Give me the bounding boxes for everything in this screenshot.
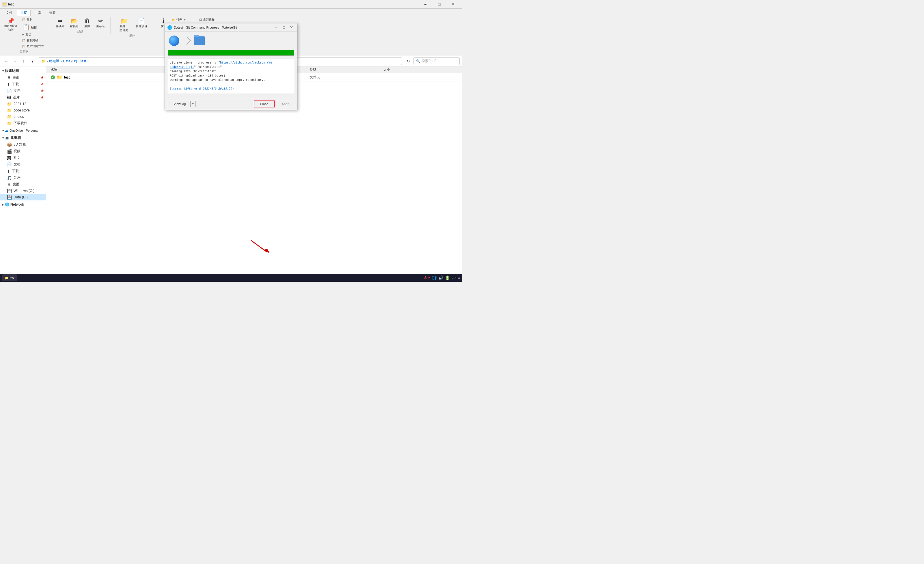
sidebar-item-data-d[interactable]: 💾 Data (D:) — [0, 194, 46, 200]
log-link[interactable]: https://github.com/Jackson-Yan-coder/tes… — [170, 61, 274, 69]
dialog-footer: Show log ▾ Close Abort — [165, 98, 297, 110]
ribbon-tab-view[interactable]: 查看 — [46, 10, 60, 16]
search-placeholder: 搜索"test" — [422, 58, 436, 63]
pin-to-quick-access-button[interactable]: 📌 固定到快速访问 — [2, 17, 20, 33]
quick-access-header[interactable]: ▾ 快速访问 — [0, 68, 46, 74]
tortoisegit-dialog[interactable]: 🌐 D:\test - Git Command Progress - Torto… — [165, 23, 297, 110]
this-pc-header[interactable]: ▾ 💻 此电脑 — [0, 135, 46, 141]
ribbon-tab-file[interactable]: 文件 — [2, 10, 16, 16]
taskbar-explorer[interactable]: 📁 test — [2, 274, 17, 281]
taskbar-battery-icon[interactable]: 🔋 — [445, 276, 450, 280]
show-log-arrow-button[interactable]: ▾ — [190, 101, 195, 107]
taskbar-s-icon[interactable]: S中 — [424, 276, 430, 280]
sidebar-item-desktop2[interactable]: 🖥 桌面 — [0, 181, 46, 188]
dialog-minimize-button[interactable]: − — [273, 24, 280, 31]
clipboard-label: 剪贴板 — [20, 50, 28, 53]
breadcrumb-this-pc[interactable]: 此电脑 — [49, 58, 60, 63]
dialog-title-icon: 🌐 — [167, 25, 172, 30]
close-dialog-button[interactable]: Close — [254, 100, 274, 107]
sidebar: ▾ 快速访问 🖥 桌面 📌 ⬇ 下载 📌 📄 文档 📌 🖼 图片 � — [0, 66, 46, 282]
sidebar-item-videos[interactable]: 🎬 视频 — [0, 148, 46, 154]
title-bar-controls: − □ ✕ — [418, 0, 460, 9]
select-all-button[interactable]: ☑ 全部选择 — [198, 17, 217, 22]
sidebar-section-onedrive: ▾ ☁ OneDrive - Persona — [0, 128, 46, 134]
up-button[interactable]: ↑ — [20, 57, 28, 65]
ribbon-group-clipboard: 📌 固定到快速访问 📋 复制 📋 粘贴 ✂ 剪切 — [2, 17, 49, 53]
dialog-close-button[interactable]: ✕ — [288, 24, 295, 31]
folder-icon: 📁 — [57, 75, 62, 80]
organize-label: 组织 — [77, 30, 83, 34]
dialog-maximize-button[interactable]: □ — [280, 24, 287, 31]
new-folder-button[interactable]: 📁 新建文件夹 — [115, 17, 132, 33]
copy-button[interactable]: 📋 复制 — [21, 17, 45, 22]
sidebar-item-download-software[interactable]: 📁 下载软件 — [0, 120, 46, 126]
new-item-button[interactable]: 📄 新建项目 — [134, 17, 149, 29]
copy-to-button[interactable]: 📂 复制到 — [68, 17, 80, 29]
sidebar-section-this-pc: ▾ 💻 此电脑 📦 3D 对象 🎬 视频 🖼 图片 📄 文档 ⬇ — [0, 135, 46, 200]
sidebar-item-documents[interactable]: 📄 文档 📌 — [0, 87, 46, 94]
dialog-title-controls: − □ ✕ — [273, 24, 295, 31]
dialog-title-text: D:\test - Git Command Progress - Tortois… — [174, 26, 271, 29]
search-box[interactable]: 🔍 搜索"test" — [414, 57, 460, 65]
move-to-button[interactable]: ➡ 移动到 — [54, 17, 66, 29]
col-type: 类型 — [309, 68, 384, 72]
taskbar-time: 20:13 — [452, 276, 460, 279]
open-button[interactable]: 📂 打开 ▼ — [170, 17, 189, 22]
progress-bar-container — [168, 50, 294, 56]
paste-button[interactable]: 📋 粘贴 — [21, 23, 45, 32]
clipboard-buttons: 📌 固定到快速访问 📋 复制 📋 粘贴 ✂ 剪切 — [2, 17, 45, 49]
maximize-button[interactable]: □ — [432, 0, 446, 9]
new-buttons: 📁 新建文件夹 📄 新建项目 — [115, 17, 149, 33]
back-button[interactable]: ← — [2, 57, 10, 65]
copy-path-button[interactable]: 📋 复制路径 — [21, 38, 45, 43]
git-badge-icon: ✓ — [51, 75, 55, 80]
taskbar-network-icon[interactable]: 🌐 — [432, 276, 436, 280]
sidebar-item-photos[interactable]: 📁 photos — [0, 114, 46, 120]
recent-locations-button[interactable]: ▾ — [28, 57, 36, 65]
breadcrumb-data-d[interactable]: Data (D:) — [63, 59, 77, 63]
refresh-button[interactable]: ↻ — [404, 57, 412, 65]
onedrive-header[interactable]: ▾ ☁ OneDrive - Persona — [0, 128, 46, 134]
abort-button[interactable]: Abort — [277, 101, 294, 107]
minimize-button[interactable]: − — [418, 0, 432, 9]
folder-blue-icon — [194, 36, 205, 45]
breadcrumb-test[interactable]: test — [81, 59, 86, 63]
paste-shortcut-button[interactable]: 📋 粘贴快捷方式 — [21, 44, 45, 49]
ribbon-tabs: 文件 主页 共享 查看 — [2, 10, 460, 16]
ribbon-tab-share[interactable]: 共享 — [31, 10, 45, 16]
ribbon-tab-home[interactable]: 主页 — [17, 10, 31, 16]
cut-button[interactable]: ✂ 剪切 — [21, 32, 45, 37]
globe-icon — [169, 36, 179, 46]
sidebar-item-2021-12[interactable]: 📁 2021-12 — [0, 101, 46, 107]
sidebar-item-desktop[interactable]: 🖥 桌面 📌 — [0, 74, 46, 81]
sidebar-item-downloads[interactable]: ⬇ 下载 📌 — [0, 81, 46, 87]
sidebar-item-code-store[interactable]: 📁 code store — [0, 107, 46, 114]
dialog-log[interactable]: git.exe clone --progress -v "https://git… — [168, 58, 294, 93]
sidebar-item-documents2[interactable]: 📄 文档 — [0, 161, 46, 168]
sidebar-item-windows-c[interactable]: 💾 Windows (C:) — [0, 188, 46, 194]
show-log-button[interactable]: Show log — [168, 101, 190, 107]
sidebar-section-network: ▸ 🌐 Network — [0, 202, 46, 207]
col-size: 大小 — [384, 68, 458, 72]
app-icon: 📁 — [2, 2, 7, 7]
ribbon-group-organize: ➡ 移动到 📂 复制到 🗑 删除 ✏ 重命名 组织 — [54, 17, 111, 34]
taskbar-volume-icon[interactable]: 🔊 — [438, 276, 443, 280]
delete-button[interactable]: 🗑 删除 — [81, 17, 93, 29]
file-type-cell: 文件夹 — [309, 75, 384, 80]
window-close-button[interactable]: ✕ — [446, 0, 460, 9]
sidebar-item-3d-objects[interactable]: 📦 3D 对象 — [0, 141, 46, 148]
rename-button[interactable]: ✏ 重命名 — [94, 17, 107, 29]
sidebar-item-pictures[interactable]: 🖼 图片 📌 — [0, 94, 46, 101]
network-header[interactable]: ▸ 🌐 Network — [0, 202, 46, 207]
breadcrumb-icon: 📁 — [41, 59, 46, 63]
forward-button[interactable]: → — [11, 57, 19, 65]
dialog-icons-row — [168, 34, 294, 47]
sidebar-item-downloads2[interactable]: ⬇ 下载 — [0, 168, 46, 174]
title-bar-left: 📁 test — [2, 2, 14, 7]
dialog-title-bar: 🌐 D:\test - Git Command Progress - Torto… — [165, 23, 297, 32]
sidebar-item-pictures2[interactable]: 🖼 图片 — [0, 154, 46, 161]
show-log-group: Show log ▾ — [168, 101, 196, 107]
network-label: Network — [10, 202, 24, 207]
organize-buttons: ➡ 移动到 📂 复制到 🗑 删除 ✏ 重命名 — [54, 17, 107, 29]
sidebar-item-music[interactable]: 🎵 音乐 — [0, 174, 46, 181]
